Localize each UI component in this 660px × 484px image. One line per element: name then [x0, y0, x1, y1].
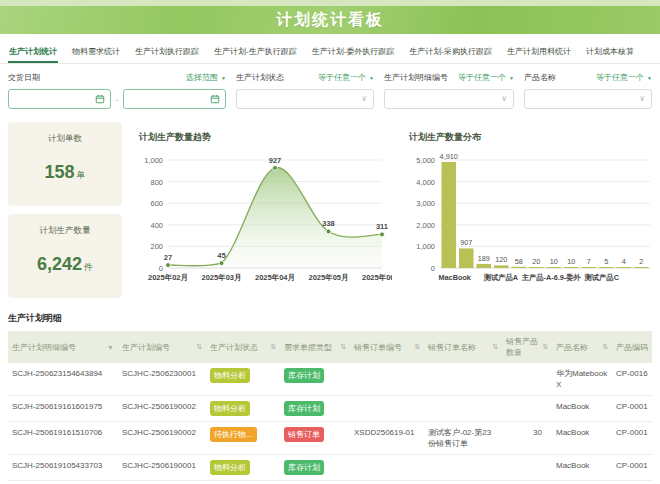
column-header-status[interactable]: 生产计划状态⇅	[206, 331, 280, 363]
cell-doc_type: 库存计划	[280, 455, 350, 481]
table-row[interactable]: SCJH-2506191053376SCJHC-2506190001待执行物..…	[8, 481, 652, 484]
date-start-input[interactable]	[8, 89, 111, 109]
tab-production-plan-execution-tracking[interactable]: 生产计划执行跟踪	[134, 42, 200, 63]
column-label: 产品名称	[556, 342, 588, 353]
svg-text:主产品-A-6.9-委外: 主产品-A-6.9-委外	[521, 273, 582, 282]
cell-detail_no: SCJH-250623154643894	[8, 363, 118, 396]
svg-text:120: 120	[495, 255, 507, 264]
main-content: 计划单数158单计划生产数量6,242件 计划生产数量趋势 0200400600…	[0, 118, 660, 302]
tab-plan-cost-accounting[interactable]: 计划成本核算	[585, 42, 635, 63]
filter-select-production-plan-status[interactable]: ∨	[236, 89, 374, 109]
chevron-down-icon: ∨	[501, 95, 507, 103]
filter-operator-production-plan-status[interactable]: 等于任意一个▼	[318, 72, 374, 83]
svg-text:测试产品A: 测试产品A	[483, 273, 519, 282]
filter-operator-label: 等于任意一个	[458, 72, 506, 83]
status-badge: 物料分析	[210, 401, 250, 416]
cell-sales_order_no: XSDD250619-01	[350, 481, 424, 484]
table-header-row: 生产计划明细编号▼生产计划编号⇅生产计划状态⇅需求单据类型⇅销售订单编号⇅销售订…	[8, 331, 652, 363]
trend-area-chart: 02004006008001,000272025年02月452025年03月92…	[126, 146, 392, 302]
filter-select-production-plan-detail-no[interactable]: ∨	[384, 89, 514, 109]
filter-operator-label: 等于任意一个	[596, 72, 644, 83]
detail-table-title: 生产计划明细	[8, 312, 652, 325]
svg-text:2025年05月: 2025年05月	[308, 273, 348, 282]
caret-down-icon: ▼	[369, 75, 374, 81]
svg-text:27: 27	[164, 253, 172, 262]
svg-text:5: 5	[604, 257, 608, 266]
stat-card-planned-production-qty: 计划生产数量6,242件	[8, 214, 122, 298]
tab-production-plan-production-execution-tracking[interactable]: 生产计划-生产执行跟踪	[213, 42, 298, 63]
date-range-row: -	[8, 89, 226, 109]
cell-product_name: MacBook	[552, 455, 612, 481]
distribution-chart-panel: 计划生产数量分布 01,0002,0003,0004,0005,0004,910…	[396, 122, 658, 302]
cell-product_code: CP-0001	[612, 396, 652, 422]
table-row[interactable]: SCJH-250619105433703SCJHC-2506190001物料分析…	[8, 455, 652, 481]
svg-text:1,000: 1,000	[144, 156, 163, 165]
sort-icon: ⇅	[414, 343, 420, 351]
distribution-chart-title: 计划生产数量分布	[396, 122, 658, 146]
tab-production-plan-statistics[interactable]: 生产计划统计	[8, 42, 58, 63]
filter-label-product-name: 产品名称	[524, 72, 556, 83]
column-header-product_code[interactable]: 产品编码	[612, 331, 652, 363]
cell-sales_qty	[502, 396, 552, 422]
cell-product_code: CP-0001	[612, 422, 652, 455]
column-header-sales_order_no[interactable]: 销售订单编号⇅	[350, 331, 424, 363]
column-header-detail_no[interactable]: 生产计划明细编号▼	[8, 331, 118, 363]
stat-card-plan-order-count: 计划单数158单	[8, 122, 122, 206]
cell-plan_no: SCJHC-2506190002	[118, 396, 206, 422]
filter-operator-production-plan-detail-no[interactable]: 等于任意一个▼	[458, 72, 514, 83]
table-row[interactable]: SCJH-250619161601975SCJHC-2506190002物料分析…	[8, 396, 652, 422]
calendar-icon	[95, 94, 105, 104]
column-header-plan_no[interactable]: 生产计划编号⇅	[118, 331, 206, 363]
sort-icon: ⇅	[602, 343, 608, 351]
cell-sales_order_no	[350, 455, 424, 481]
svg-text:400: 400	[150, 221, 163, 230]
filter-operator-delivery-date[interactable]: 选择范围▼	[186, 72, 226, 83]
cell-sales_order_name: 测试客户-02-第23份销售订单	[424, 422, 502, 455]
column-header-doc_type[interactable]: 需求单据类型⇅	[280, 331, 350, 363]
chevron-down-icon: ∨	[639, 95, 645, 103]
date-end-input[interactable]	[123, 89, 226, 109]
status-badge: 库存计划	[284, 368, 324, 383]
column-label: 需求单据类型	[284, 342, 332, 353]
tab-production-plan-purchase-execution-tracking[interactable]: 生产计划-采购执行跟踪	[408, 42, 493, 63]
svg-text:927: 927	[269, 156, 282, 165]
cell-product_name: MacBook	[552, 396, 612, 422]
cell-doc_type: 销售订单	[280, 422, 350, 455]
cell-plan_no: SCJHC-2506190002	[118, 422, 206, 455]
cell-sales_qty: 30	[502, 422, 552, 455]
column-label: 生产计划编号	[122, 342, 170, 353]
cell-product_name: 华为Matebook X	[552, 363, 612, 396]
svg-text:800: 800	[150, 178, 163, 187]
sort-icon: ⇅	[492, 343, 498, 351]
status-badge: 销售订单	[284, 427, 324, 442]
filter-group-product-name: 产品名称等于任意一个▼∨	[524, 72, 652, 109]
table-row[interactable]: SCJH-250619161510706SCJHC-2506190002待执行物…	[8, 422, 652, 455]
column-header-sales_qty[interactable]: 销售产品数量⇅	[502, 331, 552, 363]
filter-select-product-name[interactable]: ∨	[524, 89, 652, 109]
column-label: 生产计划状态	[210, 342, 258, 353]
cell-plan_no: SCJHC-2506190001	[118, 455, 206, 481]
caret-down-icon: ▼	[509, 75, 514, 81]
column-header-sales_order_name[interactable]: 销售订单名称⇅	[424, 331, 502, 363]
status-badge: 库存计划	[284, 460, 324, 475]
filter-label-delivery-date: 交货日期	[8, 72, 40, 83]
filter-operator-product-name[interactable]: 等于任意一个▼	[596, 72, 652, 83]
tab-production-plan-outsourcing-execution-tracking[interactable]: 生产计划-委外执行跟踪	[311, 42, 396, 63]
detail-table-section: 生产计划明细 生产计划明细编号▼生产计划编号⇅生产计划状态⇅需求单据类型⇅销售订…	[0, 302, 660, 484]
tab-material-requirement-statistics[interactable]: 物料需求统计	[71, 42, 121, 63]
cell-detail_no: SCJH-250619161510706	[8, 422, 118, 455]
svg-text:2,000: 2,000	[416, 221, 435, 230]
svg-text:MacBook: MacBook	[438, 273, 471, 282]
stat-unit: 单	[77, 170, 86, 180]
cell-status: 物料分析	[206, 455, 280, 481]
table-row[interactable]: SCJH-250623154643894SCJHC-2506230001物料分析…	[8, 363, 652, 396]
filter-operator-label: 选择范围	[186, 72, 218, 83]
cell-doc_type: 库存计划	[280, 396, 350, 422]
column-header-product_name[interactable]: 产品名称⇅	[552, 331, 612, 363]
sort-icon: ⇅	[270, 343, 276, 351]
status-badge: 物料分析	[210, 460, 250, 475]
svg-text:311: 311	[376, 222, 388, 231]
column-label: 销售订单编号	[354, 342, 402, 353]
tab-production-plan-material-usage-statistics[interactable]: 生产计划用料统计	[506, 42, 572, 63]
svg-text:4,000: 4,000	[416, 178, 435, 187]
